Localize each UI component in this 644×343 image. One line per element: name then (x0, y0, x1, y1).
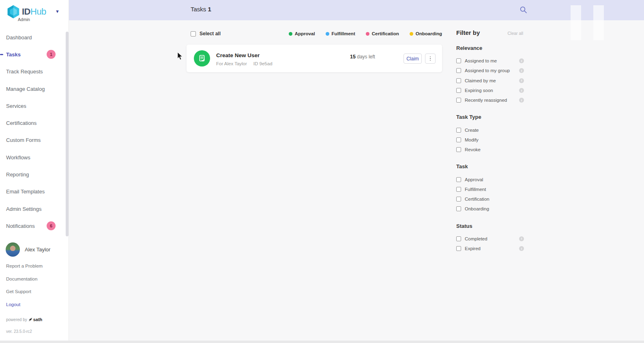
filter-section-title: Relevance (456, 45, 523, 51)
sidebar-item-certifications[interactable]: Certifications (0, 114, 69, 131)
task-title: Create New User (216, 52, 260, 58)
count-badge: 1 (47, 50, 56, 59)
sidebar-item-label: Custom Forms (6, 137, 41, 143)
kebab-icon (430, 56, 431, 61)
filter-checkbox[interactable] (456, 137, 461, 142)
claim-button[interactable]: Claim (404, 54, 422, 64)
filter-checkbox[interactable] (456, 78, 461, 83)
filter-checkbox[interactable] (456, 58, 461, 63)
mouse-cursor (177, 52, 183, 60)
sidebar-item-email-templates[interactable]: Email Templates (0, 183, 69, 200)
avatar (6, 242, 20, 257)
filter-option-label: Certification (465, 197, 489, 202)
filter-option-revoke[interactable]: Revoke (456, 145, 523, 154)
filter-option-claimed-by-me[interactable]: Claimed by mei (456, 76, 523, 86)
brand-text: IDHub (22, 6, 46, 17)
info-icon[interactable]: i (519, 246, 524, 251)
sidebar-item-label: Workflows (6, 154, 30, 161)
task-for: For Alex Taylor (216, 61, 247, 66)
sidebar-item-manage-catalog[interactable]: Manage Catalog (0, 80, 69, 97)
filter-option-assigned-to-me[interactable]: Assigned to mei (456, 56, 523, 66)
filter-checkbox[interactable] (456, 177, 461, 182)
sidebar-scrollbar[interactable] (66, 32, 69, 236)
filter-option-expired[interactable]: Expiredi (456, 244, 523, 253)
sidebar-item-dashboard[interactable]: Dashboard (0, 29, 69, 46)
filter-option-certification[interactable]: Certification (456, 194, 523, 204)
sidebar-item-label: Certifications (6, 120, 36, 126)
filter-option-assigned-to-my-group[interactable]: Assigned to my groupi (456, 66, 523, 75)
task-id: ID 9e5ad (253, 61, 273, 66)
filter-checkbox[interactable] (456, 88, 461, 93)
app-version: ver. 23.5.0-rc2 (6, 329, 32, 334)
filter-sections: RelevanceAssigned to meiAssigned to my g… (456, 45, 523, 253)
legend-dot-icon (410, 32, 413, 36)
filter-option-label: Assigned to me (465, 58, 497, 63)
filter-checkbox[interactable] (456, 206, 461, 211)
info-icon[interactable]: i (519, 88, 524, 93)
select-all-label: Select all (200, 31, 221, 36)
sidebar-item-notifications[interactable]: Notifications6 (0, 217, 69, 234)
task-type-legend: ApprovalFulfillmentCertificationOnboardi… (289, 31, 442, 36)
legend-label: Onboarding (416, 31, 442, 36)
filter-checkbox[interactable] (456, 128, 461, 133)
legend-label: Approval (295, 31, 315, 36)
search-icon[interactable] (518, 5, 529, 15)
filter-option-approval[interactable]: Approval (456, 174, 523, 184)
sidebar-item-label: Reporting (6, 172, 29, 178)
footer-link-get-support[interactable]: Get Support (6, 289, 43, 294)
filter-checkbox[interactable] (456, 236, 461, 241)
filter-option-label: Claimed by me (465, 78, 496, 83)
filter-section-title: Task Type (456, 114, 523, 120)
select-all-checkbox[interactable] (191, 31, 196, 36)
sidebar-footer-links: Report a ProblemDocumentationGet Support… (6, 264, 43, 315)
footer-link-documentation[interactable]: Documentation (6, 277, 43, 281)
select-all-control[interactable]: Select all (187, 31, 221, 36)
tasks-toolbar: Select all ApprovalFulfillmentCertificat… (187, 28, 442, 40)
task-menu-button[interactable] (425, 54, 436, 64)
user-profile[interactable]: Alex Taylor (6, 242, 50, 257)
chevron-down-icon[interactable]: ▼ (55, 9, 60, 14)
info-icon[interactable]: i (519, 98, 524, 103)
powered-by-label: powered by (6, 317, 27, 322)
filter-option-label: Create (465, 128, 479, 133)
filter-title: Filter by (456, 29, 480, 36)
info-icon[interactable]: i (519, 236, 524, 241)
info-icon[interactable]: i (519, 58, 524, 63)
sidebar-item-tasks[interactable]: Tasks1 (0, 46, 69, 63)
sidebar-item-admin-settings[interactable]: Admin Settings (0, 200, 69, 217)
filter-option-label: Expired (465, 246, 481, 251)
filter-checkbox[interactable] (456, 197, 461, 202)
sidebar-item-reporting[interactable]: Reporting (0, 166, 69, 183)
filter-checkbox[interactable] (456, 187, 461, 192)
sidebar-item-services[interactable]: Services (0, 97, 69, 114)
filter-checkbox[interactable] (456, 147, 461, 152)
task-subtitle: For Alex TaylorID 9e5ad (216, 61, 273, 66)
filter-option-label: Onboarding (465, 206, 489, 211)
clear-all-link[interactable]: Clear all (507, 31, 523, 36)
video-overlay-pause-bar (593, 5, 604, 40)
filter-option-create[interactable]: Create (456, 125, 523, 135)
info-icon[interactable]: i (519, 78, 524, 83)
filter-checkbox[interactable] (456, 246, 461, 251)
footer-link-logout[interactable]: Logout (6, 302, 43, 307)
filter-option-completed[interactable]: Completedi (456, 234, 523, 244)
page-title: Tasks 1 (191, 6, 211, 13)
filter-option-modify[interactable]: Modify (456, 135, 523, 145)
sidebar-item-track-requests[interactable]: Track Requests (0, 63, 69, 80)
filter-option-label: Fulfillment (465, 187, 486, 192)
sidebar-item-label: Notifications (6, 223, 35, 229)
task-card[interactable]: Create New User For Alex TaylorID 9e5ad … (187, 45, 442, 72)
filter-checkbox[interactable] (456, 68, 461, 73)
footer-link-report-a-problem[interactable]: Report a Problem (6, 264, 43, 268)
filter-checkbox[interactable] (456, 98, 461, 103)
active-indicator (0, 54, 3, 55)
filter-option-fulfillment[interactable]: Fulfillment (456, 184, 523, 194)
sidebar-item-workflows[interactable]: Workflows (0, 149, 69, 166)
profile-name: Alex Taylor (25, 247, 50, 253)
filter-option-expiring-soon[interactable]: Expiring sooni (456, 86, 523, 95)
filter-option-onboarding[interactable]: Onboarding (456, 204, 523, 214)
info-icon[interactable]: i (519, 68, 524, 73)
sidebar-item-custom-forms[interactable]: Custom Forms (0, 132, 69, 149)
filter-option-recently-reassigned[interactable]: Recently reassignedi (456, 95, 523, 105)
sidebar-nav: DashboardTasks1Track RequestsManage Cata… (0, 29, 69, 235)
